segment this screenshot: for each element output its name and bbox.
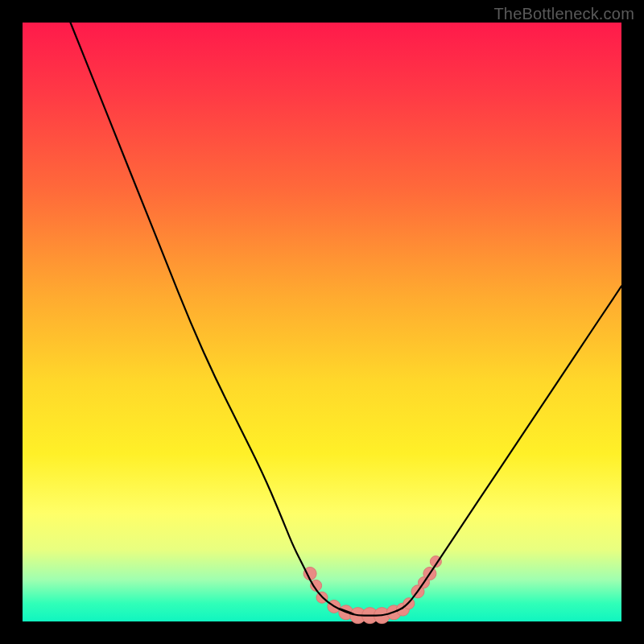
watermark-text: TheBottleneck.com — [493, 5, 634, 23]
bottleneck-curve — [71, 23, 622, 616]
plot-area — [23, 23, 621, 621]
chart-svg — [23, 23, 621, 621]
chart-frame: TheBottleneck.com — [0, 0, 644, 644]
marker-group — [303, 556, 441, 624]
